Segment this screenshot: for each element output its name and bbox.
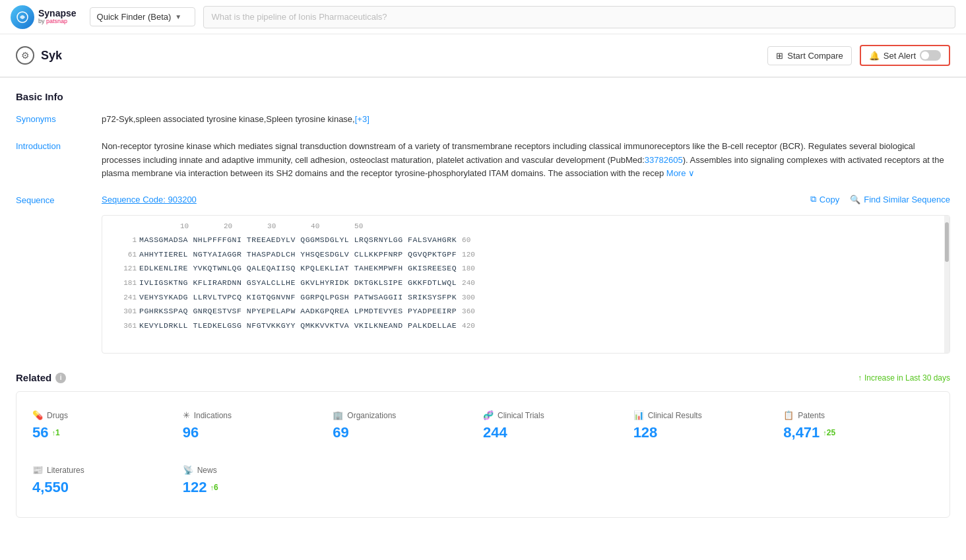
search-bar[interactable]: What is the pipeline of Ionis Pharmaceut… xyxy=(203,6,955,28)
organizations-text: Organizations xyxy=(347,411,396,420)
scrollbar-thumb xyxy=(945,222,949,262)
navbar: Synapse by patsnap Quick Finder (Beta) ▼… xyxy=(0,0,966,34)
news-increase: ↑6 xyxy=(210,483,218,492)
intro-more-link[interactable]: More ∨ xyxy=(666,168,695,178)
clinical-results-count: 128 xyxy=(633,424,658,441)
increase-label: ↑ Increase in Last 30 days xyxy=(858,373,950,383)
sequence-row: Sequence Sequence Code: 903200 ⧉ Copy 🔍 … xyxy=(16,194,950,354)
info-icon: i xyxy=(55,373,66,383)
sequence-header: Sequence Code: 903200 ⧉ Copy 🔍 Find Simi… xyxy=(102,194,950,204)
logo: Synapse by patsnap xyxy=(11,5,77,29)
sequence-code-link[interactable]: Sequence Code: 903200 xyxy=(102,195,197,204)
sequence-scrollbar[interactable] xyxy=(944,216,950,353)
copy-label: Copy xyxy=(820,195,839,204)
organizations-count: 69 xyxy=(333,424,348,441)
seq-row-5: 241 VEHYSYKADG LLRVLTVPCQ KIGTQGNVNF GGR… xyxy=(113,292,934,304)
literatures-icon: 📰 xyxy=(32,465,43,475)
clinical-trials-label: 🧬 Clinical Trials xyxy=(483,410,623,420)
logo-sub: by patsnap xyxy=(38,18,77,25)
page-title: Syk xyxy=(41,49,62,63)
start-compare-button[interactable]: ⊞ Start Compare xyxy=(767,46,852,65)
related-item-literatures[interactable]: 📰 Literatures 4,550 xyxy=(32,460,183,504)
related-item-news[interactable]: 📡 News 122 ↑6 xyxy=(183,460,333,504)
introduction-row: Introduction Non-receptor tyrosine kinas… xyxy=(16,140,950,181)
bell-icon: 🔔 xyxy=(869,51,880,61)
news-count: 122 xyxy=(183,479,207,496)
copy-icon: ⧉ xyxy=(810,194,816,204)
increase-text-label: Increase in Last 30 days xyxy=(864,373,950,383)
set-alert-label: Set Alert xyxy=(884,51,916,61)
clinical-results-value: 128 xyxy=(633,424,773,441)
drugs-count: 56 xyxy=(32,424,48,441)
patents-text: Patents xyxy=(798,411,825,420)
main-content: Basic Info Synonyms p72-Syk,spleen assoc… xyxy=(0,78,966,531)
indications-value: 96 xyxy=(183,424,323,441)
copy-button[interactable]: ⧉ Copy xyxy=(810,194,839,204)
patents-value: 8,471 ↑25 xyxy=(783,424,923,441)
synonyms-row: Synonyms p72-Syk,spleen associated tyros… xyxy=(16,113,950,127)
seq-row-6: 301 PGHRKSSPAQ GNRQESTVSF NPYEPELAPW AAD… xyxy=(113,305,934,318)
related-item-drugs[interactable]: 💊 Drugs 56 ↑1 xyxy=(32,405,183,449)
start-compare-label: Start Compare xyxy=(787,51,843,61)
patents-label: 📋 Patents xyxy=(783,410,923,420)
synonyms-more-link[interactable]: [+3] xyxy=(355,114,370,124)
patents-count: 8,471 xyxy=(783,424,820,441)
related-item-clinical-trials[interactable]: 🧬 Clinical Trials 244 xyxy=(483,405,633,449)
indications-text: Indications xyxy=(194,411,232,420)
introduction-label: Introduction xyxy=(16,140,88,181)
page-header: ⚙ Syk ⊞ Start Compare 🔔 Set Alert xyxy=(0,34,966,77)
related-title-text: Related xyxy=(16,372,51,383)
seq-row-4: 181 IVLIGSKTNG KFLIRARDNN GSYALCLLHE GKV… xyxy=(113,277,934,290)
chevron-down-icon: ▼ xyxy=(175,13,181,20)
search-placeholder: What is the pipeline of Ionis Pharmaceut… xyxy=(212,12,387,22)
news-label: 📡 News xyxy=(183,465,323,475)
settings-icon: ⚙ xyxy=(16,46,34,65)
sequence-label: Sequence xyxy=(16,194,88,210)
compare-icon: ⊞ xyxy=(776,51,783,61)
synonyms-value: p72-Syk,spleen associated tyrosine kinas… xyxy=(102,113,950,127)
set-alert-button[interactable]: 🔔 Set Alert xyxy=(860,45,950,66)
literatures-count: 4,550 xyxy=(32,479,69,496)
clinical-trials-icon: 🧬 xyxy=(483,410,494,420)
clinical-trials-value: 244 xyxy=(483,424,623,441)
finder-dropdown[interactable]: Quick Finder (Beta) ▼ xyxy=(90,7,195,26)
logo-icon xyxy=(11,5,34,29)
related-title: Related i xyxy=(16,372,66,383)
clinical-results-icon: 📊 xyxy=(633,410,644,420)
header-actions: ⊞ Start Compare 🔔 Set Alert xyxy=(767,45,950,66)
organizations-icon: 🏢 xyxy=(333,410,343,420)
related-item-clinical-results[interactable]: 📊 Clinical Results 128 xyxy=(633,405,784,449)
drugs-label: 💊 Drugs xyxy=(32,410,172,420)
sequence-ruler: 10 20 30 40 50 xyxy=(113,222,934,230)
find-similar-button[interactable]: 🔍 Find Similar Sequence xyxy=(850,195,950,204)
seq-row-1: 1 MASSGMADSA NHLPFFFGNI TREEAEDYLV QGGMS… xyxy=(113,234,934,247)
related-item-indications[interactable]: ✳ Indications 96 xyxy=(183,405,333,449)
clinical-trials-text: Clinical Trials xyxy=(498,411,544,420)
news-text: News xyxy=(197,466,217,475)
indications-count: 96 xyxy=(183,424,199,441)
synonyms-label: Synonyms xyxy=(16,113,88,127)
sequence-header-row: Sequence Sequence Code: 903200 ⧉ Copy 🔍 … xyxy=(16,194,950,210)
drugs-text: Drugs xyxy=(47,411,68,420)
patents-increase: ↑25 xyxy=(823,428,835,437)
organizations-label: 🏢 Organizations xyxy=(333,410,472,420)
sequence-box[interactable]: 10 20 30 40 50 1 MASSGMADSA NHLPFFFGNI T… xyxy=(102,215,950,354)
seq-row-2: 61 AHHYTIEREL NGTYAIAGGR THASPADLCH YHSQ… xyxy=(113,249,934,261)
alert-toggle[interactable] xyxy=(920,50,941,61)
logo-name: Synapse xyxy=(38,9,77,18)
indications-label: ✳ Indications xyxy=(183,410,323,420)
pubmed-link[interactable]: 33782605 xyxy=(645,155,683,165)
indications-icon: ✳ xyxy=(183,410,190,420)
related-items-row2: 📰 Literatures 4,550 📡 News 122 xyxy=(32,460,934,504)
literatures-text: Literatures xyxy=(47,466,84,475)
related-item-organizations[interactable]: 🏢 Organizations 69 xyxy=(333,405,483,449)
news-icon: 📡 xyxy=(183,465,193,475)
related-item-patents[interactable]: 📋 Patents 8,471 ↑25 xyxy=(783,405,934,449)
literatures-value: 4,550 xyxy=(32,479,172,496)
page-title-area: ⚙ Syk xyxy=(16,46,62,65)
sequence-actions: ⧉ Copy 🔍 Find Similar Sequence xyxy=(810,194,950,204)
clinical-results-text: Clinical Results xyxy=(648,411,702,420)
up-arrow-icon: ↑ xyxy=(858,373,862,383)
sequence-content: 10 20 30 40 50 1 MASSGMADSA NHLPFFFGNI T… xyxy=(102,216,944,353)
drugs-icon: 💊 xyxy=(32,410,43,420)
